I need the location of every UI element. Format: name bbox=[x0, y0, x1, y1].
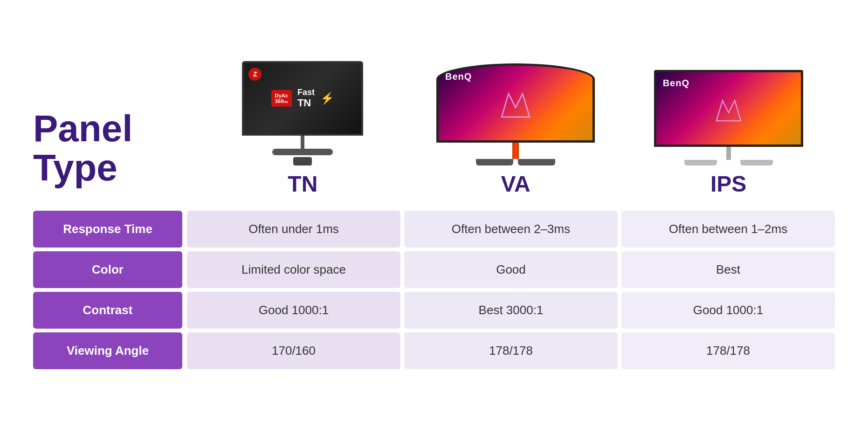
comparison-section: Response Time Often under 1ms Often betw… bbox=[33, 211, 835, 369]
ips-stand-pole bbox=[726, 147, 731, 160]
cell-ips-response-time: Often between 1–2ms bbox=[621, 211, 835, 248]
monitor-tn-wrapper: Z DyAc360Hz FastTN ⚡ bbox=[242, 61, 363, 165]
row-header-response-time: Response Time bbox=[33, 211, 182, 248]
va-screen-wrapper: BenQ bbox=[436, 63, 595, 165]
va-stand bbox=[436, 143, 595, 165]
cell-tn-color: Limited color space bbox=[187, 251, 400, 288]
top-section: Panel Type Z DyAc360Hz FastTN bbox=[33, 61, 835, 197]
va-stand-pole bbox=[512, 143, 519, 159]
monitor-col-tn: Z DyAc360Hz FastTN ⚡ bbox=[196, 61, 409, 197]
tn-base bbox=[272, 149, 333, 155]
table-row-response-time: Response Time Often under 1ms Often betw… bbox=[33, 211, 835, 248]
tn-screen-content: DyAc360Hz FastTN ⚡ bbox=[271, 88, 334, 109]
va-label: VA bbox=[501, 171, 530, 197]
cell-va-viewing-angle: 178/178 bbox=[404, 332, 618, 369]
ips-screen-wrapper: BenQ bbox=[654, 70, 803, 165]
va-stand-base bbox=[476, 159, 555, 165]
va-benq-logo: BenQ bbox=[445, 71, 472, 82]
cell-ips-viewing-angle: 178/178 bbox=[621, 332, 835, 369]
tn-monitor: Z DyAc360Hz FastTN ⚡ bbox=[242, 61, 363, 165]
tn-screen-wrapper: Z DyAc360Hz FastTN ⚡ bbox=[242, 61, 363, 165]
va-screen: BenQ bbox=[436, 63, 595, 143]
tn-stand-pole bbox=[301, 136, 304, 149]
svg-marker-2 bbox=[716, 100, 741, 121]
monitor-col-va: BenQ bbox=[409, 63, 622, 197]
va-m-shape bbox=[497, 84, 534, 122]
ips-screen: BenQ bbox=[654, 70, 803, 147]
lightning-icon: ⚡ bbox=[320, 92, 334, 105]
cell-tn-viewing-angle: 170/160 bbox=[187, 332, 400, 369]
table-row-contrast: Contrast Good 1000:1 Best 3000:1 Good 10… bbox=[33, 292, 835, 329]
tn-label: TN bbox=[288, 171, 317, 197]
ips-foot-left bbox=[684, 160, 717, 165]
cell-tn-contrast: Good 1000:1 bbox=[187, 292, 400, 329]
ips-label: IPS bbox=[710, 171, 746, 197]
monitor-va-wrapper: BenQ bbox=[436, 63, 595, 165]
tn-screen: Z DyAc360Hz FastTN ⚡ bbox=[242, 61, 363, 136]
tn-stand bbox=[242, 136, 363, 165]
ips-stand bbox=[654, 147, 803, 165]
cell-ips-color: Best bbox=[621, 251, 835, 288]
cell-va-contrast: Best 3000:1 bbox=[404, 292, 618, 329]
va-leg-right bbox=[518, 159, 555, 165]
svg-marker-0 bbox=[502, 94, 530, 117]
main-container: Panel Type Z DyAc360Hz FastTN bbox=[14, 47, 854, 387]
dyac-badge: DyAc360Hz bbox=[271, 90, 292, 107]
monitor-ips-wrapper: BenQ bbox=[654, 70, 803, 165]
page-title: Panel Type bbox=[33, 109, 182, 197]
row-header-contrast: Contrast bbox=[33, 292, 182, 329]
cell-ips-contrast: Good 1000:1 bbox=[621, 292, 835, 329]
ips-benq-logo: BenQ bbox=[663, 78, 689, 88]
tn-remote bbox=[293, 157, 312, 165]
cell-tn-response-time: Often under 1ms bbox=[187, 211, 400, 248]
cell-va-response-time: Often between 2–3ms bbox=[404, 211, 618, 248]
zowie-logo: Z bbox=[248, 68, 262, 81]
fast-tn-label: FastTN bbox=[297, 88, 315, 109]
va-logo-overlay: BenQ bbox=[445, 71, 472, 82]
row-header-color: Color bbox=[33, 251, 182, 288]
table-row-viewing-angle: Viewing Angle 170/160 178/178 178/178 bbox=[33, 332, 835, 369]
cell-va-color: Good bbox=[404, 251, 618, 288]
ips-logo-overlay: BenQ bbox=[663, 78, 689, 89]
ips-foot-right bbox=[740, 160, 773, 165]
ips-stand-base bbox=[684, 160, 773, 165]
monitors-header: Z DyAc360Hz FastTN ⚡ bbox=[196, 61, 835, 197]
table-row-color: Color Limited color space Good Best bbox=[33, 251, 835, 288]
row-header-viewing-angle: Viewing Angle bbox=[33, 332, 182, 369]
monitor-col-ips: BenQ bbox=[622, 70, 835, 197]
ips-m-shape bbox=[712, 92, 745, 125]
va-leg-left bbox=[476, 159, 513, 165]
